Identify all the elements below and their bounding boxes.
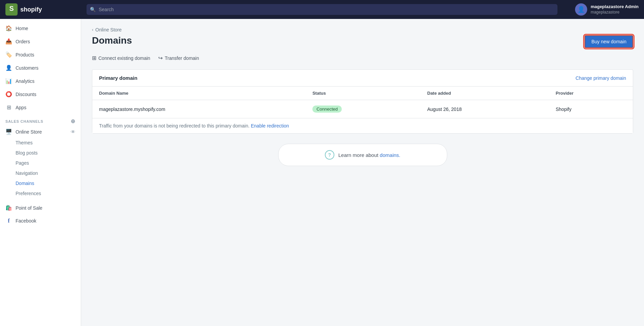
page-title: Domains [92,35,132,46]
logo-text: shopify [20,6,42,13]
domains-learn-more-link[interactable]: domains. [380,152,400,158]
redirect-warning-text: Traffic from your domains is not being r… [99,123,249,129]
col-date-added: Date added [421,87,549,100]
primary-domain-title: Primary domain [99,75,137,81]
user-name: mageplazastore Admin [591,4,639,10]
col-status: Status [306,87,421,100]
add-sales-channel-button[interactable]: ⊕ [71,118,75,124]
discounts-icon: ⭕ [5,91,12,97]
sidebar-item-home[interactable]: 🏠 Home [0,22,81,35]
sidebar-sub-item-preferences[interactable]: Preferences [0,188,81,199]
search-bar: 🔍 [87,4,557,15]
search-input[interactable] [87,4,557,15]
sidebar-sub-item-themes[interactable]: Themes [0,138,81,148]
connect-existing-domain-link[interactable]: ⊞ Connect existing domain [92,55,150,61]
sidebar-item-discounts[interactable]: ⭕ Discounts [0,88,81,101]
col-domain-name: Domain Name [92,87,306,100]
online-store-icon: 🖥️ [5,129,12,135]
status-cell: Connected [306,100,421,118]
buy-new-domain-button[interactable]: Buy new domain [585,35,633,48]
sidebar-item-facebook[interactable]: f Facebook [0,214,81,227]
sidebar-item-discounts-label: Discounts [16,92,36,97]
sidebar-item-point-of-sale[interactable]: 🛍️ Point of Sale [0,201,81,214]
page-header: Domains Buy new domain [92,35,633,48]
analytics-icon: 📊 [5,78,12,84]
sidebar-item-products-label: Products [16,52,34,57]
sidebar-item-analytics-label: Analytics [16,78,34,84]
shopify-logo-icon: S [5,3,18,16]
svg-text:S: S [9,5,14,12]
sidebar-item-facebook-label: Facebook [16,218,36,224]
main-layout: 🏠 Home 📥 Orders 🏷️ Products 👤 Customers … [0,19,644,326]
search-icon: 🔍 [90,7,96,12]
sidebar-item-orders[interactable]: 📥 Orders [0,35,81,48]
breadcrumb[interactable]: ‹ Online Store [92,27,633,32]
domain-card-header: Primary domain Change primary domain [92,70,633,87]
online-store-row: 🖥️ Online Store 👁 [0,126,81,138]
breadcrumb-label: Online Store [95,27,122,32]
main-content: ‹ Online Store Domains Buy new domain ⊞ … [81,19,644,326]
orders-icon: 📥 [5,38,12,45]
sidebar-item-orders-label: Orders [16,39,30,44]
online-store-label: Online Store [16,129,42,135]
sidebar-item-online-store[interactable]: 🖥️ Online Store [5,129,42,135]
domain-table: Domain Name Status Date added Provider m… [92,87,633,118]
learn-more-text: Learn more about domains. [338,152,400,158]
redirect-warning: Traffic from your domains is not being r… [92,118,633,133]
sidebar-item-pos-label: Point of Sale [16,205,42,211]
date-added-cell: August 26, 2018 [421,100,549,118]
connect-domain-icon: ⊞ [92,55,96,61]
change-primary-domain-link[interactable]: Change primary domain [576,75,626,81]
sidebar-sub-item-blog-posts[interactable]: Blog posts [0,148,81,158]
customers-icon: 👤 [5,65,12,71]
sidebar-sub-item-navigation[interactable]: Navigation [0,168,81,178]
sidebar: 🏠 Home 📥 Orders 🏷️ Products 👤 Customers … [0,19,81,326]
avatar: 👤 [575,3,587,16]
learn-more-card: ? Learn more about domains. [278,144,447,166]
sidebar-sub-item-domains[interactable]: Domains [0,178,81,188]
sidebar-sub-item-pages[interactable]: Pages [0,158,81,168]
transfer-domain-label: Transfer domain [165,55,199,61]
sidebar-item-apps[interactable]: ⊞ Apps [0,101,81,114]
sidebar-item-apps-label: Apps [16,105,26,110]
products-icon: 🏷️ [5,51,12,58]
sidebar-item-customers-label: Customers [16,65,39,71]
sales-channels-section: SALES CHANNELS ⊕ [0,114,81,126]
col-provider: Provider [549,87,633,100]
domain-name-cell: mageplazastore.myshopify.com [92,100,306,118]
top-nav: S shopify 🔍 👤 mageplazastore Admin magep… [0,0,644,19]
transfer-domain-icon: ↪ [158,55,163,61]
table-row: mageplazastore.myshopify.com Connected A… [92,100,633,118]
user-store: mageplazastore [591,10,639,15]
home-icon: 🏠 [5,25,12,31]
sidebar-item-customers[interactable]: 👤 Customers [0,61,81,74]
breadcrumb-arrow-icon: ‹ [92,27,93,32]
facebook-icon: f [5,218,12,224]
point-of-sale-icon: 🛍️ [5,205,12,211]
learn-more-icon: ? [325,150,334,160]
connect-domain-label: Connect existing domain [98,55,150,61]
user-info: mageplazastore Admin mageplazastore [591,4,639,15]
sidebar-item-products[interactable]: 🏷️ Products [0,48,81,61]
sidebar-item-home-label: Home [16,26,28,31]
enable-redirection-link[interactable]: Enable redirection [251,123,289,129]
domain-actions: ⊞ Connect existing domain ↪ Transfer dom… [92,55,633,61]
primary-domain-card: Primary domain Change primary domain Dom… [92,69,633,134]
provider-cell: Shopify [549,100,633,118]
status-badge: Connected [312,106,342,113]
user-area: 👤 mageplazastore Admin mageplazastore [571,3,639,16]
apps-icon: ⊞ [5,104,12,111]
sidebar-item-analytics[interactable]: 📊 Analytics [0,74,81,88]
online-store-visibility-icon[interactable]: 👁 [71,129,75,135]
logo-area: S shopify [5,3,73,16]
transfer-domain-link[interactable]: ↪ Transfer domain [158,55,199,61]
